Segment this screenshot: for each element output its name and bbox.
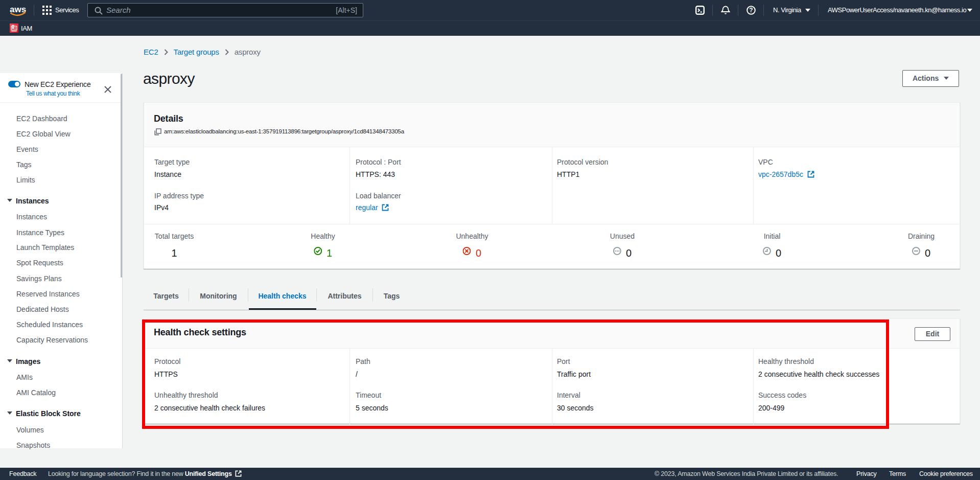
svg-text:?: ? bbox=[749, 7, 753, 14]
